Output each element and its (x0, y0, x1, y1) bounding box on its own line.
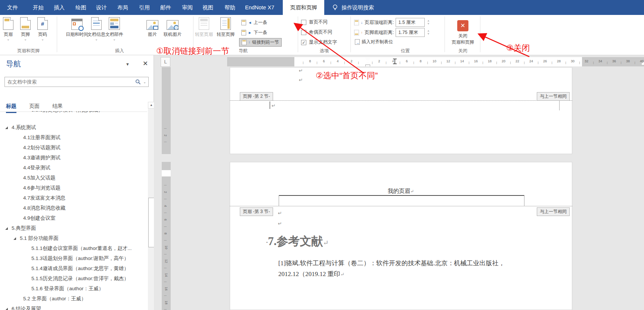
previous-button[interactable]: ◄ 上一条 (241, 19, 267, 26)
nav-heading-item[interactable]: 5.1 部分功能界面 (13, 235, 59, 242)
same-as-previous-tag-header: 与上一节相同 (537, 207, 570, 216)
header-text[interactable]: 我的页眉↵ (388, 188, 414, 195)
header-from-top-spinner[interactable]: ˄˅ (427, 20, 429, 25)
document-info-icon (91, 17, 102, 30)
nav-heading-item[interactable]: 6.结论及展望 (5, 306, 41, 310)
document-info-button[interactable]: 文档信息⌄ (87, 16, 105, 40)
horizontal-ruler[interactable]: 2468246810121416182022242628303234363840… (227, 57, 644, 66)
nav-heading-item[interactable]: 5.1.3话题划分界面（author:谢勤严，高午） (31, 255, 129, 262)
same-as-previous-tag-footer: 与上一节相同 (537, 92, 570, 101)
goto-header-button: 转至页眉 (195, 16, 213, 38)
tab-2[interactable]: 插入 (52, 0, 66, 15)
annotation-2: ②选中“首页不同” (316, 70, 378, 81)
online-picture-button[interactable]: 联机图片 (164, 16, 182, 38)
tab-11[interactable]: EndNote X7 (244, 0, 276, 15)
checkbox-checked[interactable]: ✓ (301, 40, 306, 45)
nav-heading-item[interactable]: 4.1注册界面测试 (23, 134, 61, 141)
reference-paragraph[interactable]: [1]骆斌.软件工程与计算（卷二）：软件开发的技术基础.北京：机械工业出版社， … (278, 258, 529, 280)
tab-5[interactable]: 布局 (116, 0, 130, 15)
goto-header-icon (199, 17, 209, 30)
left-indent-marker[interactable] (365, 65, 370, 66)
tab-3[interactable]: 绘图 (74, 0, 88, 15)
tab-1[interactable]: 开始 (31, 0, 45, 15)
date-time-button[interactable]: 日期和时间 (66, 16, 88, 38)
expand-triangle-icon[interactable] (13, 237, 16, 240)
tab-0[interactable]: 文件 (6, 0, 19, 15)
expand-triangle-icon[interactable] (5, 227, 8, 230)
lightbulb-icon (332, 4, 338, 11)
nav-heading-label: 5.1.6 登录界面（author：王威） (31, 285, 104, 292)
nav-heading-label: 5.1.3话题划分界面（author:谢勤严，高午） (31, 255, 129, 262)
tab-10[interactable]: 帮助 (223, 0, 237, 15)
nav-pane-dropdown-icon[interactable]: ▼ (126, 62, 130, 66)
expand-triangle-icon[interactable] (5, 308, 8, 310)
vertical-ruler[interactable]: 2|| 24681012141618|||||||||| (162, 67, 171, 310)
expand-triangle-icon[interactable] (5, 126, 8, 129)
nav-pane-close-icon[interactable]: ✕ (143, 60, 148, 68)
tab-9[interactable]: 视图 (201, 0, 215, 15)
nav-heading-item[interactable]: 4.8消息和消息收藏 (23, 205, 65, 212)
nav-heading-label: 4.3邀请拥护测试 (23, 154, 61, 161)
header-from-top-label: 页眉顶端距离: (365, 19, 394, 26)
page-number-button[interactable]: # 页码⌄ (37, 16, 48, 40)
different-odd-even-checkbox[interactable]: 奇偶页不同 (301, 29, 332, 35)
nav-heading-item[interactable]: 5.典型界面 (5, 225, 36, 232)
nav-heading-item[interactable]: 3.3.6历史记录模块（消息收藏） (31, 111, 103, 113)
insert-alignment-tab-button[interactable]: → 插入对齐制表位 (355, 39, 393, 45)
nav-heading-item[interactable]: 5.2 主界面（author：王威） (23, 295, 86, 302)
chapter-heading[interactable]: ·7.参考文献↵ (266, 234, 329, 249)
tab-stop-selector[interactable]: L (161, 57, 170, 67)
goto-footer-icon (220, 17, 231, 30)
nav-heading-item[interactable]: 4.5加入父话题 (23, 175, 55, 181)
tab-4[interactable]: 设计 (95, 0, 108, 15)
header-button[interactable]: 页眉⌄ (3, 16, 13, 40)
different-first-page-checkbox[interactable]: 首页不同 (301, 19, 328, 25)
nav-heading-item[interactable]: 4.2划分话题测试 (23, 144, 61, 151)
goto-footer-button[interactable]: 转至页脚 (217, 16, 235, 38)
footer-from-bottom-input[interactable]: 1.75 厘米 (396, 28, 425, 37)
checkbox-unchecked[interactable] (301, 30, 306, 35)
nav-heading-item[interactable]: 5.1.6 登录界面（author：王威） (31, 285, 104, 292)
nav-heading-item[interactable]: 5.1.5历史消息记录（author:曾泽宇，戴杰） (31, 275, 129, 282)
nav-heading-item[interactable]: 4.7发送富文本消息 (23, 195, 65, 201)
nav-heading-item[interactable]: 5.1.1创建会议室界面（author董道名，赵才... (31, 245, 132, 252)
nav-heading-label: 4.1注册界面测试 (23, 134, 61, 141)
search-icon[interactable] (135, 79, 141, 85)
navigation-pane: 导航 ▼ ✕ ⌄ 标题页面结果 3.3.6历史记录模块（消息收藏）4.系统测试4… (0, 55, 154, 310)
quick-parts-button[interactable]: 文档部件⌄ (105, 16, 123, 40)
search-input[interactable] (5, 79, 135, 85)
scrollbar-thumb[interactable] (148, 198, 154, 247)
paragraph-mark: ↵ (278, 221, 282, 226)
nav-heading-item[interactable]: 4.6参与浏览话题 (23, 185, 61, 191)
nav-heading-item[interactable]: 4.4登录测试 (23, 165, 50, 171)
footer-from-bottom-spinner[interactable]: ˄˅ (427, 30, 429, 35)
word-window: 文件开始插入绘图设计布局引用邮件审阅视图帮助EndNote X7 页眉和页脚 操… (0, 0, 644, 310)
paragraph-mark: ↵ (299, 68, 303, 73)
nav-heading-item[interactable]: 4.3邀请拥护测试 (23, 154, 61, 161)
nav-heading-item[interactable]: 5.1.4邀请成员界面（author:龙思宇，黄雄） (31, 265, 129, 272)
close-header-footer-button[interactable]: ✕ 关闭 页眉和页脚 (450, 16, 476, 46)
nav-heading-item[interactable]: 4.系统测试 (5, 124, 36, 131)
nav-heading-item[interactable]: 4.9创建会议室 (23, 215, 55, 222)
nav-heading-label: 5.2 主界面（author：王威） (23, 295, 86, 302)
group-label-options: 选项 (320, 48, 329, 54)
headings-tree: 3.3.6历史记录模块（消息收藏）4.系统测试4.1注册界面测试4.2划分话题测… (0, 111, 147, 310)
search-box[interactable]: ⌄ (4, 77, 149, 87)
link-to-previous-button[interactable]: ↑ 链接到前一节 (239, 38, 282, 47)
tab-7[interactable]: 邮件 (159, 0, 173, 15)
tab-8[interactable]: 审阅 (180, 0, 194, 15)
page-1[interactable] (230, 67, 572, 154)
search-options-chevron[interactable]: ⌄ (143, 80, 146, 84)
tab-header-footer-tools[interactable]: 页眉和页脚 (283, 0, 324, 15)
footer-button[interactable]: 页脚⌄ (20, 16, 31, 40)
header-from-top-input[interactable]: 1.5 厘米 (396, 18, 425, 27)
checkbox-unchecked[interactable] (301, 20, 306, 25)
show-doc-text-checkbox[interactable]: ✓ 显示文档文字 (301, 39, 337, 46)
next-button[interactable]: ► 下一条 (241, 29, 267, 36)
link-to-previous-icon (242, 40, 247, 45)
footer-icon (20, 17, 31, 30)
tell-me-search[interactable]: 操作说明搜索 (332, 0, 374, 15)
nav-heading-label: 4.9创建会议室 (23, 215, 55, 222)
tab-6[interactable]: 引用 (137, 0, 151, 15)
picture-button[interactable]: 图片 (146, 16, 158, 38)
